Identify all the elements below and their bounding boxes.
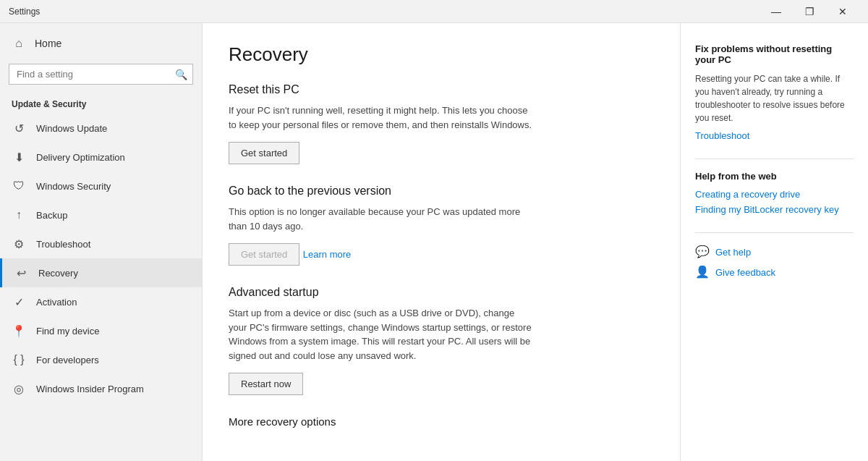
minimize-button[interactable]: — [760,0,793,23]
more-options-title: More recovery options [229,415,654,428]
close-button[interactable]: ✕ [826,0,859,23]
sidebar-item-activation[interactable]: ✓ Activation [0,287,202,316]
app-body: ⌂ Home 🔍 Update & Security ↺ Windows Upd… [0,23,868,461]
sidebar-item-delivery-optimization[interactable]: ⬇ Delivery Optimization [0,143,202,172]
sidebar-item-label-windows-security: Windows Security [36,181,111,192]
search-input[interactable] [9,64,193,85]
get-help-label: Get help [715,247,751,258]
sidebar-item-troubleshoot[interactable]: ⚙ Troubleshoot [0,229,202,258]
troubleshoot-icon: ⚙ [12,237,26,251]
section-btn-go-back[interactable]: Get started [229,243,299,266]
sidebar-item-for-developers[interactable]: { } For developers [0,345,202,374]
sidebar-item-windows-update[interactable]: ↺ Windows Update [0,114,202,143]
divider-2 [695,232,854,233]
section-reset-pc: Reset this PC If your PC isn't running w… [229,83,654,164]
sidebar-section-title: Update & Security [0,90,202,114]
search-icon: 🔍 [175,69,187,80]
home-icon: ⌂ [12,36,26,51]
fix-section-desc: Resetting your PC can take a while. If y… [695,72,854,124]
sidebar-item-label-backup: Backup [36,210,67,221]
search-container: 🔍 [9,64,193,85]
help-section-title: Help from the web [695,171,854,182]
sidebar-item-label-for-developers: For developers [36,355,99,365]
windows-insider-program-icon: ◎ [12,381,26,396]
app-title: Settings [9,7,760,17]
for-developers-icon: { } [12,352,26,367]
help-link-0[interactable]: Creating a recovery drive [695,189,854,200]
sidebar-item-label-windows-update: Windows Update [36,123,107,134]
sidebar: ⌂ Home 🔍 Update & Security ↺ Windows Upd… [0,23,203,461]
help-section: Help from the web Creating a recovery dr… [695,171,854,215]
sidebar-item-windows-security[interactable]: 🛡 Windows Security [0,172,202,200]
sidebar-item-recovery[interactable]: ↩ Recovery [0,258,202,287]
sidebar-item-find-my-device[interactable]: 📍 Find my device [0,316,202,345]
sidebar-item-label-troubleshoot: Troubleshoot [36,239,90,250]
give-feedback-label: Give feedback [715,267,775,278]
divider-1 [695,158,854,159]
delivery-optimization-icon: ⬇ [12,150,26,164]
fix-section: Fix problems without resetting your PC R… [695,43,854,141]
sidebar-item-label-find-my-device: Find my device [36,326,99,337]
action-get-help[interactable]: 💬 Get help [695,245,854,259]
section-go-back: Go back to the previous version This opt… [229,185,654,266]
titlebar: Settings — ❐ ✕ [0,0,868,23]
section-btn-advanced-startup[interactable]: Restart now [229,373,303,395]
main-content: Recovery Reset this PC If your PC isn't … [203,23,680,461]
backup-icon: ↑ [12,208,26,222]
sidebar-item-label-windows-insider-program: Windows Insider Program [36,384,144,394]
sidebar-item-label-recovery: Recovery [38,268,78,279]
find-my-device-icon: 📍 [12,323,26,338]
recovery-icon: ↩ [14,266,28,280]
windows-security-icon: 🛡 [12,179,26,193]
page-title: Recovery [229,43,654,66]
sidebar-item-backup[interactable]: ↑ Backup [0,200,202,229]
sidebar-item-label-delivery-optimization: Delivery Optimization [36,152,125,163]
section-desc-go-back: This option is no longer available becau… [229,205,532,233]
sidebar-item-windows-insider-program[interactable]: ◎ Windows Insider Program [0,374,202,403]
learn-more-link[interactable]: Learn more [303,249,351,260]
windows-update-icon: ↺ [12,121,26,135]
right-panel: Fix problems without resetting your PC R… [680,23,868,461]
section-title-reset-pc: Reset this PC [229,83,654,96]
maximize-button[interactable]: ❐ [793,0,826,23]
section-advanced-startup: Advanced startup Start up from a device … [229,286,654,395]
section-title-go-back: Go back to the previous version [229,185,654,198]
get-help-icon: 💬 [695,245,710,259]
right-panel-actions: 💬 Get help 👤 Give feedback [695,245,854,279]
help-links: Creating a recovery driveFinding my BitL… [695,189,854,215]
action-give-feedback[interactable]: 👤 Give feedback [695,265,854,279]
section-desc-advanced-startup: Start up from a device or disc (such as … [229,306,532,363]
sidebar-item-label-activation: Activation [36,297,77,308]
sidebar-home-label: Home [35,38,61,49]
help-link-1[interactable]: Finding my BitLocker recovery key [695,204,854,215]
give-feedback-icon: 👤 [695,265,710,279]
section-btn-reset-pc[interactable]: Get started [229,142,299,164]
section-title-advanced-startup: Advanced startup [229,286,654,299]
main-sections: Reset this PC If your PC isn't running w… [229,83,654,395]
window-controls: — ❐ ✕ [760,0,859,23]
sidebar-nav: ↺ Windows Update ⬇ Delivery Optimization… [0,114,202,403]
activation-icon: ✓ [12,295,26,309]
fix-section-title: Fix problems without resetting your PC [695,43,854,65]
sidebar-item-home[interactable]: ⌂ Home [0,29,202,58]
section-desc-reset-pc: If your PC isn't running well, resetting… [229,103,532,132]
troubleshoot-link[interactable]: Troubleshoot [695,130,854,141]
